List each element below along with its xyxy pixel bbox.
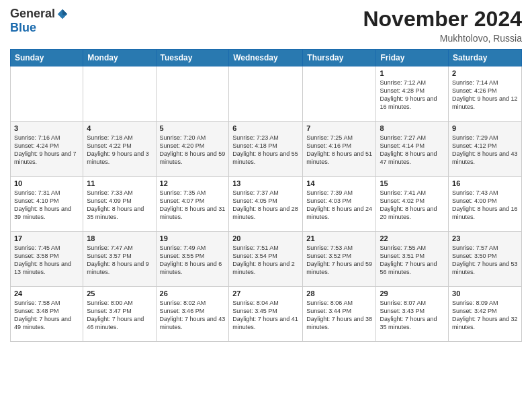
day-number: 5 xyxy=(160,124,226,132)
calendar-week-2: 10Sunrise: 7:31 AM Sunset: 4:10 PM Dayli… xyxy=(11,177,522,232)
calendar-header-row: Sunday Monday Tuesday Wednesday Thursday… xyxy=(11,50,522,66)
table-row: 5Sunrise: 7:20 AM Sunset: 4:20 PM Daylig… xyxy=(156,122,229,177)
table-row xyxy=(156,66,229,122)
day-number: 12 xyxy=(160,179,226,187)
calendar-week-0: 1Sunrise: 7:12 AM Sunset: 4:28 PM Daylig… xyxy=(11,66,522,122)
day-number: 9 xyxy=(452,124,518,132)
day-number: 24 xyxy=(14,289,79,298)
col-tuesday: Tuesday xyxy=(156,50,229,66)
day-info: Sunrise: 7:35 AM Sunset: 4:07 PM Dayligh… xyxy=(160,189,226,222)
day-number: 1 xyxy=(380,69,445,77)
table-row: 26Sunrise: 8:02 AM Sunset: 3:46 PM Dayli… xyxy=(156,287,229,342)
table-row: 13Sunrise: 7:37 AM Sunset: 4:05 PM Dayli… xyxy=(229,177,303,232)
day-info: Sunrise: 8:00 AM Sunset: 3:47 PM Dayligh… xyxy=(87,299,152,332)
table-row xyxy=(83,66,156,122)
table-row: 24Sunrise: 7:58 AM Sunset: 3:48 PM Dayli… xyxy=(11,287,83,342)
day-number: 4 xyxy=(87,124,152,132)
day-info: Sunrise: 7:45 AM Sunset: 3:58 PM Dayligh… xyxy=(14,244,79,277)
table-row xyxy=(303,66,376,122)
table-row: 12Sunrise: 7:35 AM Sunset: 4:07 PM Dayli… xyxy=(156,177,229,232)
day-info: Sunrise: 7:39 AM Sunset: 4:03 PM Dayligh… xyxy=(306,189,372,222)
day-info: Sunrise: 7:25 AM Sunset: 4:16 PM Dayligh… xyxy=(306,134,372,167)
day-number: 22 xyxy=(380,234,445,242)
month-title: November 2024 xyxy=(363,7,522,32)
day-number: 18 xyxy=(87,234,152,242)
day-info: Sunrise: 7:51 AM Sunset: 3:54 PM Dayligh… xyxy=(232,244,299,277)
day-number: 19 xyxy=(160,234,226,242)
table-row: 17Sunrise: 7:45 AM Sunset: 3:58 PM Dayli… xyxy=(11,232,83,287)
day-number: 17 xyxy=(14,234,79,242)
logo-general: General xyxy=(10,7,55,21)
table-row: 8Sunrise: 7:27 AM Sunset: 4:14 PM Daylig… xyxy=(376,122,449,177)
day-number: 25 xyxy=(87,289,152,298)
day-info: Sunrise: 7:49 AM Sunset: 3:55 PM Dayligh… xyxy=(160,244,226,277)
table-row: 18Sunrise: 7:47 AM Sunset: 3:57 PM Dayli… xyxy=(83,232,156,287)
table-row: 28Sunrise: 8:06 AM Sunset: 3:44 PM Dayli… xyxy=(303,287,376,342)
table-row: 15Sunrise: 7:41 AM Sunset: 4:02 PM Dayli… xyxy=(376,177,449,232)
table-row: 7Sunrise: 7:25 AM Sunset: 4:16 PM Daylig… xyxy=(303,122,376,177)
col-friday: Friday xyxy=(376,50,449,66)
day-number: 7 xyxy=(306,124,372,132)
table-row: 21Sunrise: 7:53 AM Sunset: 3:52 PM Dayli… xyxy=(303,232,376,287)
day-info: Sunrise: 7:29 AM Sunset: 4:12 PM Dayligh… xyxy=(452,134,518,167)
day-number: 16 xyxy=(452,179,518,187)
day-info: Sunrise: 7:53 AM Sunset: 3:52 PM Dayligh… xyxy=(306,244,372,277)
col-wednesday: Wednesday xyxy=(229,50,303,66)
table-row: 23Sunrise: 7:57 AM Sunset: 3:50 PM Dayli… xyxy=(449,232,522,287)
calendar-week-3: 17Sunrise: 7:45 AM Sunset: 3:58 PM Dayli… xyxy=(11,232,522,287)
day-number: 13 xyxy=(232,179,299,187)
day-info: Sunrise: 7:58 AM Sunset: 3:48 PM Dayligh… xyxy=(14,299,79,332)
col-saturday: Saturday xyxy=(449,50,522,66)
page-container: General Blue November 2024 Mukhtolovo, R… xyxy=(0,0,532,411)
day-info: Sunrise: 7:31 AM Sunset: 4:10 PM Dayligh… xyxy=(14,189,79,222)
day-info: Sunrise: 7:47 AM Sunset: 3:57 PM Dayligh… xyxy=(87,244,152,277)
table-row: 9Sunrise: 7:29 AM Sunset: 4:12 PM Daylig… xyxy=(449,122,522,177)
logo-blue: Blue xyxy=(10,21,36,34)
day-info: Sunrise: 8:09 AM Sunset: 3:42 PM Dayligh… xyxy=(452,299,518,332)
day-number: 21 xyxy=(306,234,372,242)
table-row: 4Sunrise: 7:18 AM Sunset: 4:22 PM Daylig… xyxy=(83,122,156,177)
day-number: 15 xyxy=(380,179,445,187)
table-row: 22Sunrise: 7:55 AM Sunset: 3:51 PM Dayli… xyxy=(376,232,449,287)
day-info: Sunrise: 7:41 AM Sunset: 4:02 PM Dayligh… xyxy=(380,189,445,222)
table-row: 6Sunrise: 7:23 AM Sunset: 4:18 PM Daylig… xyxy=(229,122,303,177)
day-number: 30 xyxy=(452,289,518,298)
day-number: 10 xyxy=(14,179,79,187)
table-row: 16Sunrise: 7:43 AM Sunset: 4:00 PM Dayli… xyxy=(449,177,522,232)
table-row: 10Sunrise: 7:31 AM Sunset: 4:10 PM Dayli… xyxy=(11,177,83,232)
table-row xyxy=(11,66,83,122)
day-number: 23 xyxy=(452,234,518,242)
day-number: 3 xyxy=(14,124,79,132)
day-number: 26 xyxy=(160,289,226,298)
table-row xyxy=(229,66,303,122)
day-number: 11 xyxy=(87,179,152,187)
day-info: Sunrise: 7:37 AM Sunset: 4:05 PM Dayligh… xyxy=(232,189,299,222)
calendar-week-4: 24Sunrise: 7:58 AM Sunset: 3:48 PM Dayli… xyxy=(11,287,522,342)
table-row: 30Sunrise: 8:09 AM Sunset: 3:42 PM Dayli… xyxy=(449,287,522,342)
day-info: Sunrise: 8:02 AM Sunset: 3:46 PM Dayligh… xyxy=(160,299,226,332)
title-block: November 2024 Mukhtolovo, Russia xyxy=(363,7,522,44)
table-row: 25Sunrise: 8:00 AM Sunset: 3:47 PM Dayli… xyxy=(83,287,156,342)
day-info: Sunrise: 7:23 AM Sunset: 4:18 PM Dayligh… xyxy=(232,134,299,167)
day-info: Sunrise: 7:14 AM Sunset: 4:26 PM Dayligh… xyxy=(452,79,518,111)
logo-text: General xyxy=(10,7,69,21)
day-number: 20 xyxy=(232,234,299,242)
col-sunday: Sunday xyxy=(11,50,83,66)
day-number: 6 xyxy=(232,124,299,132)
table-row: 20Sunrise: 7:51 AM Sunset: 3:54 PM Dayli… xyxy=(229,232,303,287)
table-row: 27Sunrise: 8:04 AM Sunset: 3:45 PM Dayli… xyxy=(229,287,303,342)
day-info: Sunrise: 7:57 AM Sunset: 3:50 PM Dayligh… xyxy=(452,244,518,277)
day-number: 8 xyxy=(380,124,445,132)
day-info: Sunrise: 7:27 AM Sunset: 4:14 PM Dayligh… xyxy=(380,134,445,167)
day-info: Sunrise: 7:12 AM Sunset: 4:28 PM Dayligh… xyxy=(380,79,445,111)
day-number: 29 xyxy=(380,289,445,298)
day-number: 27 xyxy=(232,289,299,298)
day-info: Sunrise: 7:43 AM Sunset: 4:00 PM Dayligh… xyxy=(452,189,518,222)
logo-blue-text: Blue xyxy=(10,21,36,35)
table-row: 19Sunrise: 7:49 AM Sunset: 3:55 PM Dayli… xyxy=(156,232,229,287)
table-row: 11Sunrise: 7:33 AM Sunset: 4:09 PM Dayli… xyxy=(83,177,156,232)
calendar-week-1: 3Sunrise: 7:16 AM Sunset: 4:24 PM Daylig… xyxy=(11,122,522,177)
col-monday: Monday xyxy=(83,50,156,66)
day-info: Sunrise: 8:07 AM Sunset: 3:43 PM Dayligh… xyxy=(380,299,445,332)
table-row: 14Sunrise: 7:39 AM Sunset: 4:03 PM Dayli… xyxy=(303,177,376,232)
